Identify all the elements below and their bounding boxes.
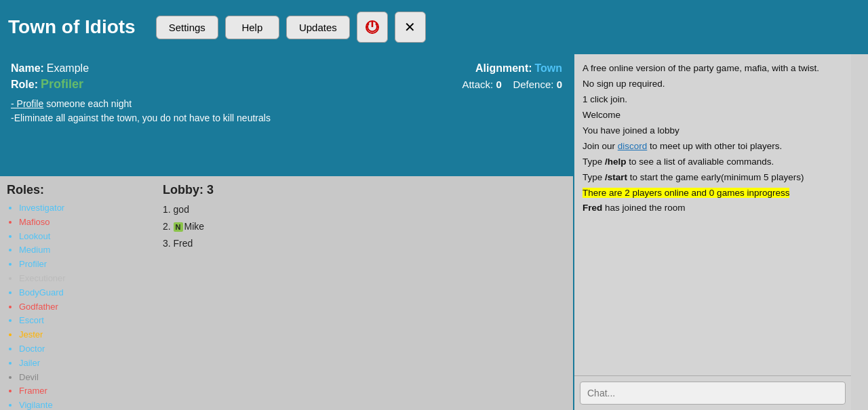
name-value: Example — [47, 62, 89, 74]
role-label: Role: — [11, 79, 38, 90]
alignment-value: Town — [534, 62, 562, 74]
chat-message: Join our discord to meet up with other t… — [583, 139, 843, 155]
lobby-title: Lobby: 3 — [163, 183, 566, 197]
list-item: Jailer — [19, 356, 142, 371]
roles-section: Roles: InvestigatorMafiosoLookoutMediumP… — [7, 183, 142, 410]
chat-message: A free online version of the party game,… — [583, 61, 843, 77]
left-column: Name: Example Alignment: Town Role: Prof… — [0, 54, 573, 410]
chat-message: No sign up required. — [583, 77, 843, 92]
player-stats: Attack: 0 Defence: 0 — [462, 79, 562, 90]
bottom-panel: Roles: InvestigatorMafiosoLookoutMediumP… — [0, 176, 573, 410]
list-item: Profiler — [19, 258, 142, 272]
list-item: Jester — [19, 328, 142, 342]
attack-label: Attack: — [462, 79, 493, 90]
chat-input[interactable] — [580, 382, 846, 405]
chat-panel: A free online version of the party game,… — [573, 54, 851, 410]
list-item: Vigilante — [19, 398, 142, 410]
list-item: Executioner — [19, 272, 142, 286]
chat-message: Type /help to see a list of avaliable co… — [583, 155, 843, 170]
chat-message: You have joined a lobby — [583, 123, 843, 139]
roles-list: InvestigatorMafiosoLookoutMediumProfiler… — [7, 201, 142, 410]
defence-label: Defence: — [513, 79, 553, 90]
profile-link[interactable]: - Profile — [11, 98, 43, 109]
list-item: 1. god — [163, 201, 566, 218]
chat-message: Type /start to start the game early(mini… — [583, 170, 843, 186]
list-item: Investigator — [19, 201, 142, 216]
desc2-text: -Eliminate all against the town, you do … — [11, 111, 562, 125]
help-button[interactable]: Help — [225, 16, 279, 39]
list-item: Lookout — [19, 230, 142, 244]
name-label: Name: — [11, 62, 44, 74]
list-item: 3. Fred — [163, 235, 566, 252]
discord-link[interactable]: discord — [618, 141, 648, 151]
chat-message: 1 click join. — [583, 92, 843, 108]
desc1-text: someone each night — [46, 98, 132, 109]
close-button[interactable]: ✕ — [395, 12, 426, 43]
settings-button[interactable]: Settings — [156, 16, 218, 39]
power-button[interactable] — [357, 12, 388, 43]
list-item: Medium — [19, 243, 142, 258]
player-info-panel: Name: Example Alignment: Town Role: Prof… — [0, 54, 573, 176]
lobby-list: 1. god2. NMike3. Fred — [163, 201, 566, 253]
chat-input-area — [574, 375, 851, 410]
role-value: Profiler — [41, 77, 83, 91]
main-layout: Name: Example Alignment: Town Role: Prof… — [0, 54, 868, 410]
alignment-label: Alignment: — [475, 62, 532, 74]
chat-message: Fred has joined the room — [583, 201, 843, 216]
list-item: Devil — [19, 371, 142, 385]
defence-value: 0 — [557, 79, 562, 90]
list-item: Escort — [19, 314, 142, 328]
header: Town of Idiots Settings Help Updates ✕ — [0, 0, 868, 54]
player-description: - Profile someone each night -Eliminate … — [11, 97, 562, 125]
lobby-section: Lobby: 3 1. god2. NMike3. Fred — [149, 183, 566, 410]
list-item: Doctor — [19, 342, 142, 356]
list-item: BodyGuard — [19, 286, 142, 300]
roles-title: Roles: — [7, 183, 142, 197]
chat-messages: A free online version of the party game,… — [574, 54, 851, 375]
power-icon — [365, 20, 380, 35]
chat-message: Welcome — [583, 108, 843, 123]
updates-button[interactable]: Updates — [286, 16, 350, 39]
list-item: Mafioso — [19, 216, 142, 230]
list-item: Framer — [19, 384, 142, 398]
list-item: 2. NMike — [163, 218, 566, 235]
attack-value: 0 — [496, 79, 501, 90]
chat-message: There are 2 players online and 0 games i… — [583, 186, 843, 201]
list-item: Godfather — [19, 300, 142, 314]
app-title: Town of Idiots — [8, 16, 136, 38]
